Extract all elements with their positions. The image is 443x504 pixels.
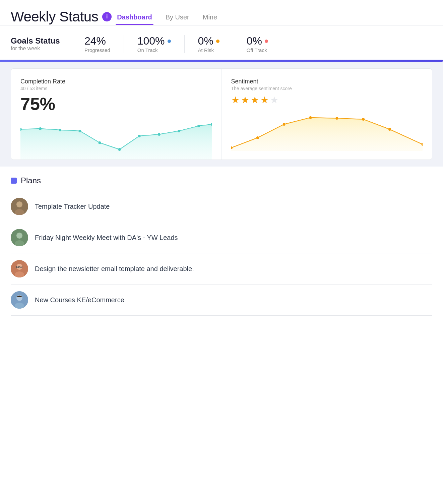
avatar-3 bbox=[11, 260, 28, 277]
sentiment-stars: ★ ★ ★ ★ ★ bbox=[231, 94, 423, 106]
plan-item-3[interactable]: Design the newsletter email template and… bbox=[11, 253, 432, 284]
offtrack-dot bbox=[265, 40, 268, 43]
plan-text-1: Template Tracker Update bbox=[35, 203, 110, 210]
goals-section: Goals Status for the week 24% Progressed… bbox=[0, 25, 443, 60]
completion-chart bbox=[20, 119, 212, 160]
tab-dashboard[interactable]: Dashboard bbox=[116, 9, 153, 25]
svg-point-13 bbox=[282, 123, 285, 126]
charts-card: Completion Rate 40 / 53 items 75% bbox=[11, 68, 432, 160]
svg-point-9 bbox=[197, 125, 200, 127]
avatar-4 bbox=[11, 291, 28, 309]
plans-section: Plans Template Tracker Update bbox=[0, 167, 443, 316]
plans-list: Template Tracker Update Friday Night Wee… bbox=[11, 191, 432, 316]
svg-point-23 bbox=[16, 233, 22, 239]
plan-item-1[interactable]: Template Tracker Update bbox=[11, 191, 432, 222]
avatar-1 bbox=[11, 198, 28, 215]
plan-item-2[interactable]: Friday Night Weekly Meet with DA's - YW … bbox=[11, 222, 432, 253]
svg-point-6 bbox=[138, 135, 141, 137]
svg-point-16 bbox=[362, 118, 365, 121]
svg-point-8 bbox=[178, 130, 180, 132]
plans-header: Plans bbox=[11, 176, 432, 185]
tab-by-user[interactable]: By User bbox=[164, 9, 191, 25]
goals-label: Goals Status for the week bbox=[11, 36, 71, 52]
svg-point-20 bbox=[16, 201, 22, 207]
star-4: ★ bbox=[260, 94, 269, 106]
atrisk-dot bbox=[216, 40, 219, 43]
header-top: Weekly Status i Dashboard By User Mine bbox=[11, 8, 432, 25]
charts-section: Completion Rate 40 / 53 items 75% bbox=[0, 62, 443, 167]
offtrack-label: Off Track bbox=[247, 47, 268, 53]
sentiment-panel: Sentiment The average sentiment score ★ … bbox=[222, 69, 432, 160]
offtrack-value: 0% bbox=[247, 35, 268, 47]
svg-point-5 bbox=[118, 148, 121, 151]
svg-point-3 bbox=[78, 130, 81, 132]
svg-point-2 bbox=[59, 129, 61, 131]
plan-text-3: Design the newsletter email template and… bbox=[35, 265, 194, 273]
star-3: ★ bbox=[251, 94, 259, 106]
completion-subtitle: 40 / 53 items bbox=[20, 86, 212, 91]
svg-point-14 bbox=[309, 116, 312, 119]
info-icon[interactable]: i bbox=[102, 12, 112, 21]
header: Weekly Status i Dashboard By User Mine bbox=[0, 0, 443, 25]
ontrack-value: 100% bbox=[137, 35, 171, 47]
star-5: ★ bbox=[270, 94, 278, 106]
sentiment-subtitle: The average sentiment score bbox=[231, 86, 423, 91]
sentiment-title: Sentiment bbox=[231, 78, 423, 85]
plan-text-2: Friday Night Weekly Meet with DA's - YW … bbox=[35, 234, 178, 242]
completion-value: 75% bbox=[20, 94, 212, 114]
goals-stat-offtrack: 0% Off Track bbox=[233, 35, 281, 53]
plan-text-4: New Courses KE/eCommerce bbox=[35, 296, 124, 304]
ontrack-dot bbox=[168, 40, 171, 43]
goals-stat-ontrack: 100% On Track bbox=[124, 35, 185, 53]
star-1: ★ bbox=[231, 94, 240, 106]
svg-point-7 bbox=[158, 133, 161, 136]
completion-title: Completion Rate bbox=[20, 78, 212, 85]
tabs-nav: Dashboard By User Mine bbox=[116, 9, 218, 25]
avatar-2 bbox=[11, 229, 28, 246]
atrisk-value: 0% bbox=[198, 35, 219, 47]
goals-sublabel: for the week bbox=[11, 46, 71, 52]
plan-item-4[interactable]: New Courses KE/eCommerce bbox=[11, 284, 432, 316]
svg-point-12 bbox=[256, 136, 259, 139]
goals-stat-progressed: 24% Progressed bbox=[71, 35, 124, 53]
progressed-label: Progressed bbox=[84, 47, 110, 53]
svg-point-15 bbox=[335, 117, 338, 120]
svg-point-1 bbox=[39, 127, 42, 130]
progressed-value: 24% bbox=[84, 35, 110, 47]
sentiment-chart bbox=[231, 111, 423, 151]
ontrack-label: On Track bbox=[137, 47, 171, 53]
plans-icon bbox=[11, 178, 17, 184]
plans-title: Plans bbox=[21, 176, 41, 185]
star-2: ★ bbox=[241, 94, 249, 106]
page-title: Weekly Status bbox=[11, 9, 98, 25]
svg-point-4 bbox=[99, 141, 101, 144]
atrisk-label: At Risk bbox=[198, 47, 219, 53]
goals-label-title: Goals Status bbox=[11, 36, 71, 46]
completion-rate-panel: Completion Rate 40 / 53 items 75% bbox=[11, 69, 222, 160]
svg-point-17 bbox=[388, 128, 391, 131]
goals-stat-atrisk: 0% At Risk bbox=[185, 35, 233, 53]
tab-mine[interactable]: Mine bbox=[201, 9, 218, 25]
